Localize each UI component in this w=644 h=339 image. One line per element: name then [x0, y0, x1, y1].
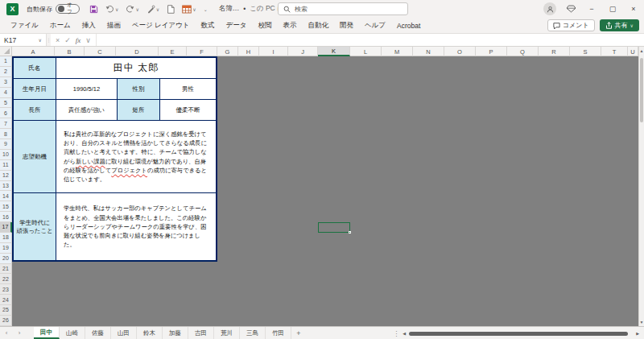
- horizontal-scroll-track[interactable]: [409, 331, 633, 336]
- motivation-value-cell[interactable]: 私は貴社の革新的なプロジェクトに深く感銘を受けており、自分のスキルと情熱を活かし…: [56, 121, 216, 192]
- row-header-16[interactable]: 16: [0, 212, 12, 222]
- column-header-K[interactable]: K: [318, 47, 350, 56]
- row-header-2[interactable]: 2: [0, 67, 12, 77]
- column-header-D[interactable]: D: [116, 47, 159, 56]
- gender-value-cell[interactable]: 男性: [160, 79, 216, 99]
- undo-button[interactable]: ∨: [105, 5, 118, 14]
- column-header-O[interactable]: O: [444, 47, 476, 56]
- share-button[interactable]: 共有 ∨: [600, 19, 639, 31]
- row-header-11[interactable]: 11: [0, 160, 12, 171]
- column-header-E[interactable]: E: [159, 47, 187, 56]
- row-header-1[interactable]: 1: [0, 56, 12, 67]
- cancel-entry-button[interactable]: ×: [56, 36, 60, 44]
- row-header-14[interactable]: 14: [0, 191, 12, 201]
- scrollbar-grip-icon[interactable]: ⋮: [393, 330, 399, 337]
- column-header-B[interactable]: B: [55, 47, 85, 56]
- row-header-13[interactable]: 13: [0, 181, 12, 192]
- ribbon-tab-ヘルプ[interactable]: ヘルプ: [359, 18, 391, 34]
- column-header-A[interactable]: A: [12, 47, 55, 56]
- ribbon-tab-表示[interactable]: 表示: [277, 18, 302, 34]
- minimize-button[interactable]: −: [581, 0, 602, 18]
- scroll-right-icon[interactable]: ▶: [636, 331, 639, 336]
- row-header-20[interactable]: 20: [0, 254, 12, 264]
- sheet-tab-荒川[interactable]: 荒川: [214, 327, 240, 339]
- row-header-15[interactable]: 15: [0, 201, 12, 212]
- search-input[interactable]: 検索: [278, 2, 408, 15]
- row-header-22[interactable]: 22: [0, 274, 12, 284]
- ribbon-tab-挿入[interactable]: 挿入: [76, 18, 101, 34]
- birthdate-label-cell[interactable]: 生年月日: [14, 79, 56, 99]
- row-header-6[interactable]: 6: [0, 108, 12, 118]
- row-header-3[interactable]: 3: [0, 77, 12, 88]
- sheet-nav-prev-icon[interactable]: ‹: [0, 327, 13, 339]
- qat-overflow-button[interactable]: ⌄: [204, 6, 208, 12]
- ribbon-tab-Acrobat[interactable]: Acrobat: [391, 19, 426, 33]
- row-header-19[interactable]: 19: [0, 243, 12, 254]
- sheet-tab-佐藤[interactable]: 佐藤: [85, 327, 111, 339]
- ribbon-tab-ホーム[interactable]: ホーム: [44, 18, 76, 34]
- column-header-P[interactable]: P: [476, 47, 507, 56]
- column-header-Q[interactable]: Q: [507, 47, 539, 56]
- horizontal-scrollbar[interactable]: ⋮ ◀ ▶: [393, 327, 639, 339]
- save-button[interactable]: [89, 5, 98, 14]
- vertical-scroll-thumb[interactable]: [640, 58, 643, 122]
- column-header-R[interactable]: R: [539, 47, 570, 56]
- sheet-tab-鈴木[interactable]: 鈴木: [137, 327, 163, 339]
- strength-label-cell[interactable]: 長所: [14, 100, 56, 120]
- row-header-5[interactable]: 5: [0, 98, 12, 109]
- autosave-control[interactable]: 自動保存 オフ: [27, 4, 80, 14]
- scroll-left-icon[interactable]: ◀: [402, 331, 406, 336]
- row-header-18[interactable]: 18: [0, 233, 12, 243]
- column-header-F[interactable]: F: [187, 47, 217, 56]
- ribbon-tab-データ[interactable]: データ: [220, 18, 252, 34]
- row-header-9[interactable]: 9: [0, 139, 12, 150]
- horizontal-scroll-thumb[interactable]: [409, 332, 628, 336]
- row-header-4[interactable]: 4: [0, 88, 12, 98]
- row-header-7[interactable]: 7: [0, 118, 12, 129]
- row-header-12[interactable]: 12: [0, 171, 12, 181]
- features-gem-button[interactable]: [560, 0, 581, 18]
- student-value-cell[interactable]: 学生時代、私はサッカー部のキャプテンとしてチームをまとめ、全国大会出場を果たしま…: [56, 193, 216, 260]
- fill-handle[interactable]: [349, 231, 351, 234]
- student-label-cell[interactable]: 学生時代に 頑張ったこと: [14, 193, 56, 260]
- autosave-toggle[interactable]: オフ: [56, 4, 80, 14]
- gender-label-cell[interactable]: 性別: [118, 79, 160, 99]
- ribbon-tab-開発[interactable]: 開発: [334, 18, 359, 34]
- row-header-8[interactable]: 8: [0, 129, 12, 139]
- sheet-tab-田中[interactable]: 田中: [34, 327, 60, 339]
- column-header-J[interactable]: J: [288, 47, 318, 56]
- ribbon-tab-ファイル[interactable]: ファイル: [5, 18, 44, 34]
- sheet-tab-三島[interactable]: 三島: [240, 327, 266, 339]
- ribbon-tab-ページ レイアウト[interactable]: ページ レイアウト: [126, 18, 196, 34]
- new-file-button[interactable]: [167, 5, 175, 14]
- row-header-24[interactable]: 24: [0, 295, 12, 305]
- column-header-C[interactable]: C: [85, 47, 116, 56]
- row-header-26[interactable]: 26: [0, 316, 12, 326]
- table-format-button[interactable]: ∨: [182, 5, 196, 14]
- weakness-value-cell[interactable]: 優柔不断: [160, 100, 216, 120]
- weakness-label-cell[interactable]: 短所: [118, 100, 160, 120]
- column-header-T[interactable]: T: [601, 47, 628, 56]
- scroll-down-icon[interactable]: ▼: [639, 320, 644, 325]
- sheet-tab-山崎[interactable]: 山崎: [60, 327, 85, 339]
- name-box[interactable]: K17 ∨: [0, 34, 47, 46]
- column-header-G[interactable]: G: [217, 47, 238, 56]
- column-header-S[interactable]: S: [570, 47, 601, 56]
- motivation-label-cell[interactable]: 志望動機: [14, 121, 56, 192]
- ribbon-tab-数式[interactable]: 数式: [195, 18, 220, 34]
- add-sheet-button[interactable]: +: [291, 327, 306, 339]
- name-label-cell[interactable]: 氏名: [14, 58, 56, 78]
- column-header-M[interactable]: M: [382, 47, 413, 56]
- row-header-17[interactable]: 17: [0, 222, 12, 233]
- account-button[interactable]: [539, 0, 560, 18]
- column-header-L[interactable]: L: [350, 47, 382, 56]
- sheet-tab-竹田[interactable]: 竹田: [266, 327, 291, 339]
- select-all-corner[interactable]: [0, 47, 12, 56]
- maximize-button[interactable]: ▢: [602, 0, 623, 18]
- column-header-U[interactable]: U: [628, 47, 638, 56]
- strength-value-cell[interactable]: 責任感が強い: [56, 100, 118, 120]
- column-header-N[interactable]: N: [413, 47, 444, 56]
- close-button[interactable]: ×: [623, 0, 644, 18]
- row-header-21[interactable]: 21: [0, 264, 12, 275]
- vertical-scrollbar[interactable]: ▲ ▼: [638, 47, 644, 326]
